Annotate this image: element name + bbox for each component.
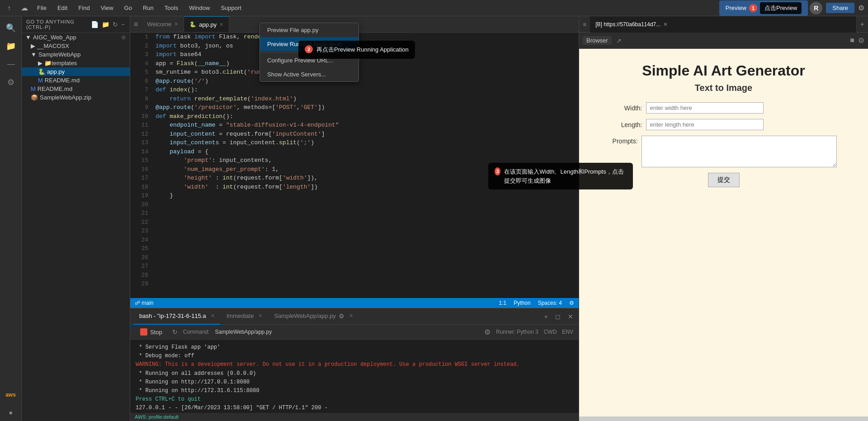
width-label: Width: — [611, 104, 642, 112]
tab-welcome-close[interactable]: ✕ — [174, 21, 178, 27]
activity-aws[interactable]: aws — [3, 387, 19, 403]
maximize-panel-icon[interactable]: ◻ — [553, 312, 562, 321]
panel-toolbar: Stop ↻ Command: SampleWebApp/app.py ⚙ Ru… — [130, 325, 579, 340]
stop-label: Stop — [150, 329, 162, 336]
menu-edit[interactable]: Edit — [53, 3, 72, 13]
terminal-line: * Running on http://172.31.6.115:8080 — [136, 387, 573, 395]
preview-tab-close[interactable]: ✕ — [663, 21, 668, 28]
back-icon[interactable]: ↑ — [4, 3, 14, 14]
panel-tab-apppy[interactable]: SampleWebApp/app.py ⚙ ✕ — [269, 308, 358, 325]
activity-explorer[interactable]: 📁 — [3, 38, 19, 54]
tree-aigc-folder[interactable]: ▼ AIGC_Web_App ⚙ — [22, 33, 130, 42]
collapse-icon[interactable]: − — [121, 21, 125, 28]
menu-file[interactable]: File — [33, 3, 51, 13]
apppy-run-label: SampleWebApp/app.py — [274, 312, 335, 319]
tab-welcome[interactable]: Welcome ✕ — [142, 16, 184, 33]
tab-app-py-close[interactable]: ✕ — [219, 22, 223, 28]
activity-bottom[interactable]: ■ — [3, 405, 19, 421]
menu-find[interactable]: Find — [74, 3, 94, 13]
width-input[interactable] — [646, 102, 764, 114]
add-terminal-icon[interactable]: + — [542, 312, 550, 321]
preview-app-subtitle: Text to Image — [695, 83, 752, 93]
open-external-icon[interactable]: ↗ — [616, 37, 622, 44]
terminal-line: Press CTRL+C to quit — [136, 395, 573, 404]
tab-app-py-label: app.py — [199, 21, 217, 28]
menu-view[interactable]: View — [96, 3, 118, 13]
menu-window[interactable]: Window — [184, 3, 214, 13]
tree-readme2[interactable]: M README.md — [22, 85, 130, 93]
immediate-tab-label: Immediate — [226, 312, 254, 319]
settings-icon[interactable]: ⚙ — [569, 300, 574, 306]
preview-right-icons: ■ ⚙ — [850, 36, 864, 45]
settings-icon[interactable]: ⚙ — [858, 4, 864, 12]
tab-bar-menu-icon[interactable]: ≡ — [130, 20, 142, 28]
length-input[interactable] — [646, 119, 764, 130]
bash-tab-close[interactable]: ✕ — [211, 313, 215, 319]
sidebar: Go to Anything (Ctrl-P) 📄 📁 ↻ − ▼ AIGC_W… — [22, 16, 130, 421]
apppy-tab-close[interactable]: ✕ — [349, 313, 353, 319]
terminal-line: 127.0.0.1 - - [26/Mar/2023 13:58:00] "GE… — [136, 404, 573, 412]
dropdown-servers-label: Show Active Servers... — [267, 71, 326, 78]
preview-tab-menu-icon[interactable]: ≡ — [579, 21, 590, 28]
close-panel-icon[interactable]: ✕ — [566, 312, 575, 321]
tab-app-py[interactable]: 🐍 app.py ✕ — [184, 16, 229, 33]
preview-form: Width: Length: Prompts: 提交 — [611, 102, 837, 187]
terminal-line: * Debug mode: off — [136, 352, 573, 360]
preview-scrollbar[interactable] — [579, 416, 868, 421]
preview-toolbar: Browser ↗ ■ ⚙ — [579, 33, 868, 49]
aws-status: AWS: profile:default — [130, 413, 579, 421]
tree-macosx-folder[interactable]: ▶ __MACOSX — [22, 42, 130, 50]
preview-tooltip: 点击Preview — [760, 2, 802, 14]
env-label: ENV — [562, 329, 573, 335]
new-folder-icon[interactable]: 📁 — [102, 21, 110, 28]
tree-zip[interactable]: 📦 SampleWebApp.zip — [22, 93, 130, 102]
add-preview-tab-icon[interactable]: + — [857, 20, 868, 28]
menu-support[interactable]: Support — [216, 3, 246, 13]
status-bar: ☍ main 1:1 Python Spaces: 4 ⚙ — [130, 298, 579, 308]
settings-icon[interactable]: ⚙ — [858, 36, 864, 45]
browser-label[interactable]: Browser — [583, 36, 612, 45]
menu-tools[interactable]: Tools — [160, 3, 183, 13]
new-file-icon[interactable]: 📄 — [91, 21, 99, 28]
panel-right: ⚙ Runner: Python 3 CWD ENV — [484, 328, 573, 336]
reload-icon[interactable]: ↻ — [172, 328, 178, 336]
menu-run[interactable]: Run — [138, 3, 158, 13]
refresh-icon[interactable]: ↻ — [113, 21, 118, 28]
preview-tab-url: [B] https://570a6ba114d7... — [595, 21, 660, 28]
tree-templates-folder[interactable]: ▶ 📁 templates — [22, 59, 130, 67]
tooltip2-text: 再点击Preview Running Application — [316, 45, 409, 54]
stop-button[interactable]: Stop — [136, 326, 167, 337]
main-layout: 🔍 📁 ⸻ ⚙ aws ■ Go to Anything (Ctrl-P) 📄 … — [0, 16, 868, 421]
panel-tab-immediate[interactable]: Immediate ✕ — [221, 308, 268, 325]
apppy-gear-icon[interactable]: ⚙ — [339, 312, 344, 320]
panel-tab-bash[interactable]: bash - "ip-172-31-6-115.a ✕ — [134, 308, 220, 325]
bottom-panel: bash - "ip-172-31-6-115.a ✕ Immediate ✕ … — [130, 308, 579, 421]
preview-tab-browser[interactable]: [B] https://570a6ba114d7... ✕ — [590, 16, 856, 33]
cloud-icon[interactable]: ☁ — [18, 2, 31, 14]
tree-readme1[interactable]: M README.md — [22, 76, 130, 85]
folder-gear-icon[interactable]: ⚙ — [121, 34, 126, 41]
line-numbers: 12345 678910 1112131415 1617181920 21222… — [130, 33, 152, 298]
share-button[interactable]: Share — [826, 3, 854, 13]
preview-label: Preview — [726, 5, 746, 11]
panel-actions: + ◻ ✕ — [542, 312, 575, 321]
dropdown-file-label: Preview File app.py — [267, 27, 318, 33]
tree-sample-folder[interactable]: ▼ SampleWebApp — [22, 50, 130, 59]
layout-icon[interactable]: ■ — [850, 36, 854, 45]
bash-tab-label: bash - "ip-172-31-6-115.a — [139, 312, 206, 319]
dropdown-preview-file[interactable]: Preview File app.py — [260, 23, 359, 37]
menu-go[interactable]: Go — [120, 3, 137, 13]
submit-button[interactable]: 提交 — [708, 173, 740, 187]
activity-search[interactable]: 🔍 — [3, 20, 19, 36]
avatar[interactable]: R — [810, 2, 822, 14]
step1-badge: 1 — [749, 4, 757, 12]
tree-app-py[interactable]: 🐍 app.py — [22, 67, 130, 76]
preview-menu-button[interactable]: Preview 1 点击Preview — [719, 0, 808, 16]
terminal-output[interactable]: * Serving Flask app 'app' * Debug mode: … — [130, 340, 579, 413]
immediate-tab-close[interactable]: ✕ — [258, 313, 262, 319]
activity-extensions[interactable]: ⚙ — [3, 74, 19, 90]
activity-git[interactable]: ⸻ — [3, 56, 19, 72]
dropdown-active-servers[interactable]: Show Active Servers... — [260, 67, 359, 81]
runner-gear-icon[interactable]: ⚙ — [484, 328, 491, 336]
prompts-textarea[interactable] — [642, 136, 837, 167]
